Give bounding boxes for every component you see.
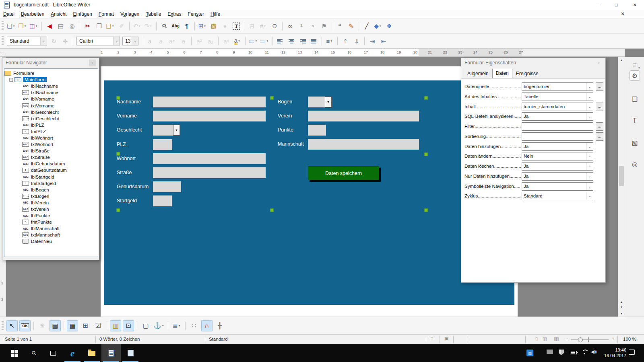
- scrollbar-thumb[interactable]: [619, 166, 624, 186]
- tree-collapse-icon[interactable]: −: [9, 78, 13, 82]
- property-input-daten-ändern[interactable]: Nein⌄: [522, 152, 593, 160]
- insert-field-dropdown-arrow[interactable]: ▾: [264, 25, 266, 28]
- highlight-color-icon[interactable]: a▾: [232, 36, 243, 46]
- line-spacing-icon[interactable]: ≡▾: [324, 36, 335, 46]
- property-input-daten-löschen[interactable]: Ja⌄: [522, 162, 593, 171]
- tree-item-lblbogen[interactable]: ABClblBogen: [4, 187, 98, 193]
- insert-image-icon[interactable]: ▧: [208, 21, 219, 31]
- dropdown-arrow-icon[interactable]: ⌄: [586, 152, 593, 160]
- tree-item-txtnachname[interactable]: ABCtxtNachname: [4, 89, 98, 96]
- tree-item-lblvorname[interactable]: ABClblVorname: [4, 96, 98, 102]
- control-properties-icon[interactable]: ▦: [67, 320, 78, 331]
- tree-item-datgeburtsdatum[interactable]: 1datGeburtsdatum: [4, 167, 98, 173]
- sidebar-styles-icon[interactable]: T: [630, 115, 640, 126]
- form-navigator-icon[interactable]: ⊞: [80, 320, 91, 331]
- more-options-button[interactable]: ...: [596, 103, 603, 111]
- menu-extras[interactable]: Extras: [164, 10, 184, 18]
- form-properties-titlebar[interactable]: Formular-Eigenschaften x: [461, 58, 605, 68]
- zoom-level[interactable]: 100 %: [623, 337, 636, 341]
- tree-item-datenneu[interactable]: DatenNeu: [4, 238, 98, 245]
- tree-item-lblplz[interactable]: ABClblPLZ: [4, 122, 98, 128]
- print-icon[interactable]: ▤: [56, 21, 66, 31]
- dropdown-arrow-icon[interactable]: ⌄: [586, 183, 593, 190]
- tree-item-mainform[interactable]: −≡MainForm: [4, 76, 98, 83]
- draw-functions-icon[interactable]: ❖: [384, 21, 394, 31]
- design-mode-icon[interactable]: OK: [19, 320, 31, 331]
- property-input-sql-befehl-analysieren[interactable]: Ja⌄: [522, 112, 593, 121]
- align-justify-icon[interactable]: [309, 36, 319, 46]
- form-properties-close-icon[interactable]: x: [595, 60, 602, 66]
- action-center-icon[interactable]: [629, 350, 635, 355]
- dropdown-arrow-icon[interactable]: ⌄: [586, 173, 593, 180]
- form-field-geschlecht-dropdown-button[interactable]: ▼: [173, 125, 180, 136]
- book-view-icon[interactable]: ▯|▯: [554, 336, 559, 341]
- select-icon[interactable]: ↖: [6, 320, 18, 331]
- open-file-icon[interactable]: ❒▾: [17, 21, 28, 31]
- taskbar-file-explorer-icon[interactable]: [82, 344, 101, 362]
- helplines-while-moving-icon[interactable]: ╋: [214, 320, 225, 331]
- taskbar-libreoffice-writer-icon[interactable]: [101, 344, 121, 362]
- dropdown-arrow-icon[interactable]: ⌄: [586, 93, 593, 101]
- align-right-icon[interactable]: [297, 36, 308, 46]
- tab-stop-selector[interactable]: ⌐: [2, 50, 4, 54]
- menu-hilfe[interactable]: Hilfe: [207, 10, 223, 18]
- menu-tabelle[interactable]: Tabelle: [142, 10, 164, 18]
- special-character-icon[interactable]: Ω: [269, 21, 280, 31]
- tree-item-lblgeschlecht[interactable]: ABClblGeschlecht: [4, 109, 98, 115]
- property-input-sortierung[interactable]: [522, 132, 593, 141]
- form-field-bogen-dropdown-button[interactable]: ▼: [325, 97, 332, 107]
- tab-daten[interactable]: Daten: [492, 69, 512, 78]
- scroll-split-up-button[interactable]: ▲: [618, 299, 625, 304]
- save-icon[interactable]: ◫▾: [29, 21, 39, 31]
- more-options-button[interactable]: ...: [596, 122, 603, 131]
- form-navigator-titlebar[interactable]: Formular Navigator x: [2, 58, 99, 68]
- decrease-indent-icon[interactable]: ⇤: [378, 36, 389, 46]
- basic-shapes-icon[interactable]: ◆▾: [373, 21, 383, 31]
- copy-icon[interactable]: ❐: [94, 21, 104, 31]
- underline-dropdown-arrow[interactable]: ▾: [173, 39, 175, 43]
- selection-handle[interactable]: [424, 152, 428, 156]
- tray-battery-icon[interactable]: [570, 351, 577, 354]
- form-field-mannschaft[interactable]: [308, 139, 419, 150]
- property-input-nur-daten-hinzufügen[interactable]: Ja⌄: [522, 172, 593, 181]
- open-file-dropdown-arrow[interactable]: ▾: [25, 25, 27, 28]
- snap-to-grid-icon[interactable]: ∩: [201, 320, 213, 331]
- property-input-daten-hinzufügen[interactable]: Ja⌄: [522, 142, 593, 151]
- tree-item-lblmannschaft[interactable]: ABClblMannschaft: [4, 225, 98, 232]
- taskbar-start-icon[interactable]: [5, 344, 24, 362]
- align-left-icon[interactable]: [275, 36, 285, 46]
- taskbar-task-view-icon[interactable]: [43, 344, 63, 362]
- multi-page-view-icon[interactable]: ▯▯: [543, 336, 547, 341]
- tree-item-txtstraße[interactable]: ABCtxtStraße: [4, 154, 98, 160]
- tree-item-txtmannschaft[interactable]: ABCtxtMannschaft: [4, 232, 98, 238]
- spelling-icon[interactable]: Abc: [170, 21, 181, 31]
- dropdown-arrow-icon[interactable]: ⌄: [586, 113, 593, 120]
- paste-dropdown-arrow[interactable]: ▾: [112, 25, 115, 28]
- taskbar-notepad-icon[interactable]: [121, 344, 140, 362]
- dropdown-arrow-icon[interactable]: ⌄: [586, 143, 593, 150]
- insert-line-icon[interactable]: ╱: [361, 21, 372, 31]
- tab-allgemein[interactable]: Allgemein: [464, 69, 492, 78]
- track-changes-icon[interactable]: ✎: [346, 21, 356, 31]
- selection-handle[interactable]: [270, 96, 274, 100]
- selection-handle[interactable]: [116, 208, 120, 212]
- export-pdf-icon[interactable]: ◀: [44, 21, 55, 31]
- selection-handle[interactable]: [116, 96, 120, 100]
- dropdown-arrow-icon[interactable]: ⌄: [586, 162, 593, 170]
- font-size-combo[interactable]: 13⌄: [122, 37, 138, 45]
- tray-volume-icon[interactable]: ◀))): [591, 350, 597, 354]
- toolbar-grip[interactable]: [2, 21, 4, 31]
- tree-item-lblstraße[interactable]: ABClblStraße: [4, 148, 98, 154]
- zoom-in-icon[interactable]: +: [612, 336, 614, 341]
- numbered-list-icon[interactable]: ≕▾: [259, 36, 270, 46]
- close-document-button[interactable]: ✕: [621, 11, 625, 16]
- sidebar-navigator-icon[interactable]: ◎: [630, 159, 640, 169]
- align-objects-dropdown-arrow[interactable]: ▾: [179, 324, 181, 327]
- form-field-verein[interactable]: [308, 111, 419, 121]
- selection-handle[interactable]: [116, 152, 120, 156]
- vertical-scrollbar[interactable]: ▲ ▲ ▼ ▼: [618, 57, 625, 317]
- align-objects-icon[interactable]: ≣▾: [171, 320, 182, 331]
- form-field-geschlecht[interactable]: [153, 125, 173, 136]
- tree-item-txtvorname[interactable]: ABCtxtVorname: [4, 102, 98, 109]
- zoom-slider-track[interactable]: [571, 339, 609, 340]
